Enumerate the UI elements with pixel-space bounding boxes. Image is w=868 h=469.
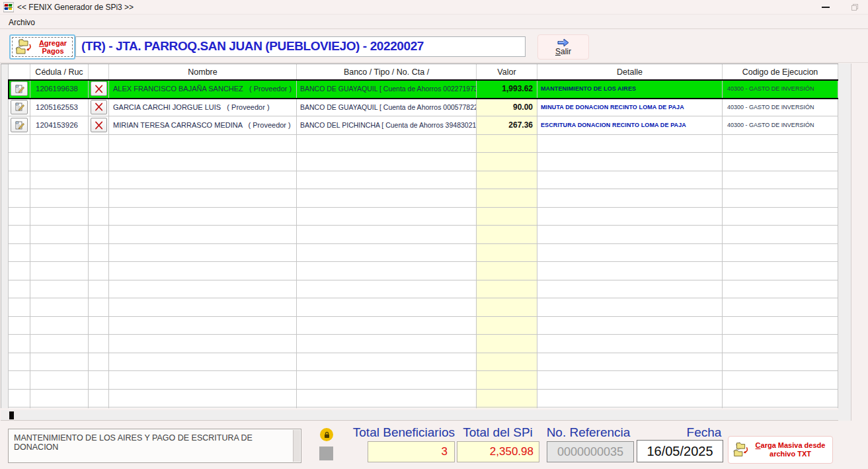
cell-codigo	[723, 135, 838, 153]
table-row[interactable]	[9, 280, 838, 299]
cell-codigo	[723, 226, 838, 243]
edit-document-icon	[15, 102, 24, 112]
table-row[interactable]	[9, 390, 838, 408]
header-delete-column	[89, 64, 109, 80]
cell-edit	[9, 153, 30, 171]
vertical-scrollbar[interactable]	[838, 64, 851, 421]
cell-banco	[297, 298, 477, 316]
no-referencia-value: 0000000035	[547, 441, 634, 462]
table-row[interactable]: 1205162553 GARCIA CARCHI JORGUE LUIS ( P…	[9, 99, 838, 117]
cell-valor: 1,993.62	[477, 80, 537, 98]
edit-document-icon	[15, 84, 24, 94]
cell-banco	[297, 353, 477, 371]
cell-delete	[89, 135, 109, 153]
table-row[interactable]	[9, 135, 838, 153]
padlock-icon	[320, 428, 333, 441]
cell-codigo	[723, 353, 838, 371]
batch-title-field[interactable]: (TR) - JTA. PARROQ.SAN JUAN (PUEBLOVIEJO…	[75, 36, 526, 57]
cell-valor: 267.36	[477, 116, 537, 134]
title-bar: << FENIX Generador de SPi3 >>	[0, 0, 868, 15]
cell-valor	[477, 280, 537, 298]
cell-edit	[9, 353, 30, 371]
total-spi-label: Total del SPi	[456, 425, 539, 440]
cell-codigo	[723, 244, 838, 262]
cell-detalle	[537, 335, 723, 353]
table-row[interactable]	[9, 335, 838, 353]
disabled-indicator-square	[319, 447, 333, 460]
cell-valor	[477, 189, 537, 207]
cell-delete	[89, 244, 109, 262]
cell-banco	[297, 244, 477, 262]
cell-edit	[9, 298, 30, 316]
cell-cedula	[30, 371, 89, 389]
cell-cedula	[30, 298, 89, 316]
salir-button[interactable]: Salir	[537, 34, 589, 60]
fecha-field[interactable]: 16/05/2025	[637, 440, 723, 462]
table-row[interactable]	[9, 244, 838, 263]
cell-cedula	[30, 280, 89, 298]
table-row[interactable]	[9, 189, 838, 208]
cell-banco	[297, 226, 477, 243]
cell-detalle	[537, 371, 723, 389]
cell-banco	[297, 390, 477, 407]
edit-row-button[interactable]	[11, 100, 28, 114]
horizontal-scrollbar-thumb[interactable]	[9, 411, 14, 419]
cell-codigo	[723, 317, 838, 335]
cell-edit	[9, 80, 30, 98]
cell-banco	[297, 208, 477, 226]
delete-row-button[interactable]	[91, 100, 107, 114]
menu-bar: Archivo	[0, 15, 868, 29]
cell-banco: BANCO DEL PICHINCHA [ Cuenta de Ahorros …	[297, 116, 477, 134]
table-row[interactable]	[9, 153, 838, 171]
detalle-general-textarea[interactable]: MANTENIMIENTO DE LOS AIRES Y PAGO DE ESC…	[8, 429, 301, 463]
cell-codigo	[723, 262, 838, 280]
window-title: << FENIX Generador de SPi3 >>	[17, 3, 134, 12]
table-row[interactable]	[9, 298, 838, 317]
cell-delete	[89, 317, 109, 335]
cell-codigo: 40300 - GASTO DE INVERSIÓN	[723, 116, 838, 134]
cell-valor	[477, 335, 537, 353]
cell-delete	[89, 407, 109, 408]
horizontal-scrollbar[interactable]	[1, 410, 838, 421]
cell-codigo	[723, 189, 838, 207]
table-row[interactable]: 1206199638 ALEX FRANCISCO BAJAÑA SANCHEZ…	[9, 80, 838, 99]
red-x-icon	[95, 85, 103, 93]
table-row[interactable]	[9, 407, 838, 408]
table-row[interactable]	[9, 226, 838, 244]
delete-row-button[interactable]	[91, 118, 107, 132]
header-cedula: Cédula / Ruc	[30, 64, 89, 80]
menu-archivo[interactable]: Archivo	[6, 17, 38, 28]
table-row[interactable]	[9, 262, 838, 280]
app-window: << FENIX Generador de SPi3 >> Archivo	[0, 0, 868, 469]
table-row[interactable]	[9, 353, 838, 372]
cell-valor	[477, 317, 537, 335]
agregar-pagos-button[interactable]: Agregar Pagos	[9, 34, 75, 60]
cell-codigo	[723, 171, 838, 189]
table-row[interactable]	[9, 371, 838, 390]
cell-valor	[477, 353, 537, 371]
cell-valor	[477, 407, 537, 408]
header-valor: Valor	[477, 64, 537, 80]
edit-row-button[interactable]	[11, 118, 28, 132]
cell-edit	[9, 171, 30, 189]
cell-cedula: 1205162553	[30, 99, 89, 116]
textarea-scrollbar[interactable]	[293, 430, 300, 462]
carga-masiva-button[interactable]: Carga Masiva desde archivo TXT	[728, 436, 833, 464]
edit-row-button[interactable]	[11, 81, 28, 96]
table-row[interactable]	[9, 208, 838, 226]
cell-codigo	[723, 153, 838, 171]
minimize-button[interactable]	[814, 0, 837, 15]
table-row[interactable]	[9, 317, 838, 335]
cell-valor	[477, 153, 537, 171]
cell-edit	[9, 189, 30, 207]
restore-button[interactable]	[844, 0, 866, 15]
table-row[interactable]: 1204153926 MIRIAN TERESA CARRASCO MEDINA…	[9, 116, 838, 135]
cell-cedula: 1206199638	[30, 80, 89, 98]
cell-valor	[477, 135, 537, 153]
total-spi-value: 2,350.98	[457, 441, 539, 462]
restore-icon	[851, 3, 859, 11]
table-row[interactable]	[9, 171, 838, 190]
delete-row-button[interactable]	[91, 81, 107, 96]
cell-delete	[89, 335, 109, 353]
header-detalle: Detalle	[537, 64, 723, 80]
